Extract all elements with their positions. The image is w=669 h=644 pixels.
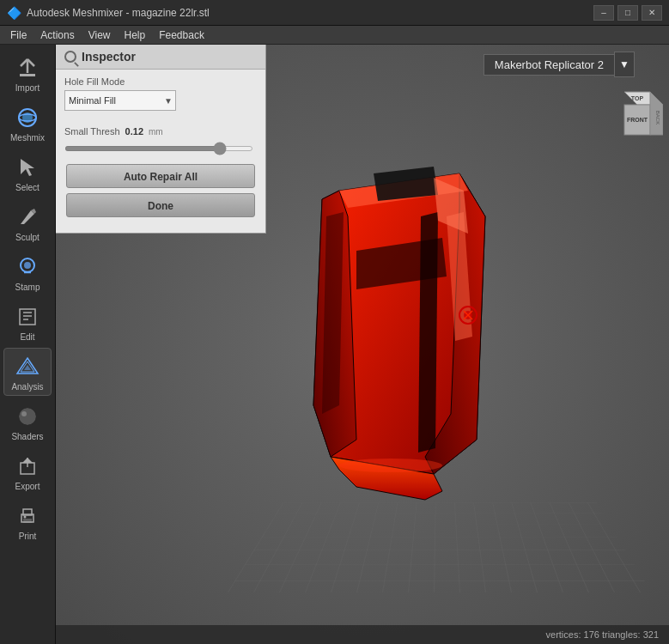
hole-fill-mode-label: Hole Fill Mode — [64, 76, 257, 87]
app-icon: 🔷 — [7, 6, 21, 20]
svg-marker-7 — [21, 159, 34, 176]
small-thresh-slider[interactable] — [64, 146, 253, 151]
menu-help[interactable]: Help — [118, 27, 153, 43]
printer-name: Makerbot Replicator 2 — [484, 54, 614, 76]
sidebar-item-meshmix-label: Meshmix — [10, 133, 45, 143]
sidebar-item-print-label: Print — [19, 532, 37, 541]
analysis-icon — [14, 353, 41, 380]
sidebar-item-edit[interactable]: Edit — [3, 298, 52, 346]
thresh-row: Small Thresh 0.12 mm — [64, 126, 257, 137]
maximize-button[interactable]: □ — [617, 5, 638, 21]
import-icon — [14, 54, 41, 82]
hole-fill-section: Hole Fill Mode Minimal Fill Flat Fill Sm… — [56, 70, 265, 114]
svg-text:BACK: BACK — [655, 111, 660, 125]
print-icon — [14, 502, 41, 530]
sidebar-item-stamp-label: Stamp — [15, 283, 40, 292]
thresh-section: Small Thresh 0.12 mm — [56, 114, 265, 140]
close-button[interactable]: ✕ — [642, 5, 662, 21]
auto-repair-all-button[interactable]: Auto Repair All — [66, 164, 255, 188]
status-bar: vertices: 176 triangles: 321 — [56, 625, 669, 644]
sidebar-item-import[interactable]: Import — [3, 49, 52, 97]
printer-selector: Makerbot Replicator 2 ▼ — [484, 52, 635, 77]
menu-feedback[interactable]: Feedback — [152, 27, 211, 43]
menu-actions[interactable]: Actions — [33, 27, 81, 43]
svg-rect-11 — [20, 309, 35, 325]
hole-fill-mode-select[interactable]: Minimal Fill Flat Fill Smooth Fill Auto — [64, 90, 176, 111]
shaders-icon — [14, 403, 41, 430]
3d-model — [288, 148, 528, 508]
sidebar-item-sculpt-label: Sculpt — [15, 233, 40, 242]
sidebar-item-shaders[interactable]: Shaders — [3, 398, 52, 446]
export-icon — [14, 453, 41, 480]
sidebar-item-print[interactable]: Print — [3, 497, 52, 545]
svg-point-28 — [339, 459, 442, 472]
sidebar-item-export[interactable]: Export — [3, 447, 52, 495]
title-bar-controls: – □ ✕ — [593, 5, 662, 21]
small-thresh-unit: mm — [149, 127, 163, 137]
small-thresh-label: Small Thresh — [64, 126, 120, 137]
main-layout: Import Meshmix Select — [0, 45, 669, 644]
svg-point-19 — [19, 408, 36, 425]
status-text: vertices: 176 triangles: 321 — [546, 629, 659, 640]
menu-file[interactable]: File — [3, 27, 33, 43]
meshmix-icon — [14, 104, 41, 131]
title-bar: 🔷 Autodesk Meshmixer - magazine 22lr.stl… — [0, 0, 669, 26]
done-button[interactable]: Done — [66, 193, 255, 217]
hole-fill-dropdown-wrapper: Minimal Fill Flat Fill Smooth Fill Auto … — [64, 90, 176, 111]
svg-point-9 — [24, 262, 31, 269]
svg-rect-3 — [20, 74, 35, 76]
menu-view[interactable]: View — [82, 27, 118, 43]
title-bar-left: 🔷 Autodesk Meshmixer - magazine 22lr.stl — [7, 6, 210, 20]
minimize-button[interactable]: – — [593, 5, 614, 21]
small-thresh-value: 0.12 — [125, 126, 143, 137]
sidebar-item-select[interactable]: Select — [3, 149, 52, 197]
inspector-title: Inspector — [82, 50, 136, 64]
sidebar-item-stamp[interactable]: Stamp — [3, 248, 52, 296]
sidebar-item-select-label: Select — [15, 183, 40, 192]
search-icon — [64, 51, 76, 63]
sidebar-item-edit-label: Edit — [20, 332, 34, 342]
sidebar-item-sculpt[interactable]: Sculpt — [3, 198, 52, 246]
stamp-icon — [14, 253, 41, 281]
printer-dropdown-button[interactable]: ▼ — [614, 52, 635, 77]
title-text: Autodesk Meshmixer - magazine 22lr.stl — [27, 7, 210, 19]
sidebar-item-analysis-label: Analysis — [11, 382, 43, 392]
svg-rect-26 — [23, 519, 32, 523]
inspector-panel: Inspector Hole Fill Mode Minimal Fill Fl… — [56, 45, 266, 234]
sidebar: Import Meshmix Select — [0, 45, 56, 644]
sidebar-item-meshmix[interactable]: Meshmix — [3, 99, 52, 147]
sculpt-icon — [14, 204, 41, 231]
sidebar-item-import-label: Import — [15, 83, 40, 93]
menu-bar: File Actions View Help Feedback — [0, 26, 669, 45]
svg-text:FRONT: FRONT — [627, 117, 648, 123]
svg-point-20 — [21, 411, 27, 416]
content-area: Makerbot Replicator 2 ▼ TOP FRONT — [56, 45, 669, 644]
inspector-header: Inspector — [56, 45, 265, 70]
sidebar-item-export-label: Export — [15, 482, 40, 491]
select-icon — [14, 154, 41, 181]
edit-icon — [14, 303, 41, 331]
sidebar-item-shaders-label: Shaders — [11, 432, 43, 441]
grid-floor — [228, 503, 652, 592]
slider-container — [56, 140, 265, 159]
svg-text:TOP: TOP — [631, 95, 644, 101]
svg-point-27 — [24, 515, 27, 518]
sidebar-item-analysis[interactable]: Analysis — [3, 348, 52, 396]
cube-nav[interactable]: TOP FRONT BACK — [607, 88, 659, 139]
